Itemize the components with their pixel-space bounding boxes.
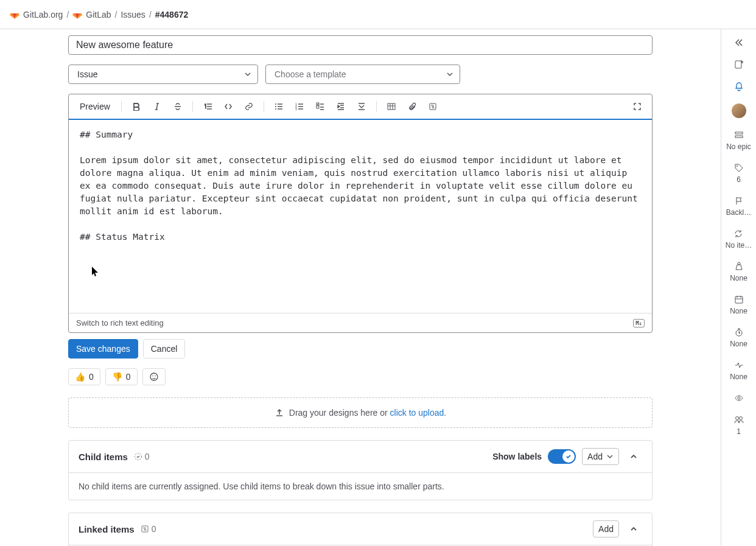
breadcrumb-org[interactable]: GitLab.org	[23, 10, 63, 19]
sidebar-todo[interactable]: +	[734, 60, 744, 69]
svg-rect-14	[142, 526, 148, 532]
child-items-body: No child items are currently assigned. U…	[69, 472, 652, 500]
breadcrumb-issue-id[interactable]: #448672	[155, 10, 189, 19]
chevron-down-icon	[244, 71, 251, 78]
upload-link[interactable]: click to upload	[390, 408, 444, 418]
template-select[interactable]: Choose a template	[265, 65, 460, 84]
svg-rect-8	[388, 103, 395, 110]
svg-rect-7	[317, 106, 319, 108]
svg-point-11	[152, 376, 153, 377]
collapse-button[interactable]	[625, 520, 642, 537]
svg-point-1	[275, 106, 276, 107]
linked-items-panel: Linked items 0 Add Link issues together …	[68, 513, 653, 546]
bullet-list-icon[interactable]	[270, 98, 287, 115]
add-child-item-button[interactable]: Add	[582, 448, 619, 465]
chevron-up-icon	[629, 525, 638, 533]
sidebar-epic[interactable]: No epic	[726, 130, 751, 151]
italic-icon[interactable]	[149, 98, 166, 115]
sidebar-due-date[interactable]: None	[730, 295, 747, 315]
show-labels-text: Show labels	[492, 452, 542, 461]
issue-type-value: Issue	[77, 69, 97, 79]
sidebar-health[interactable]: None	[730, 360, 747, 381]
show-labels-toggle[interactable]	[548, 449, 576, 464]
thumbs-up-icon: 👍	[75, 372, 85, 382]
add-reaction[interactable]	[142, 368, 166, 385]
clock-icon	[734, 327, 744, 337]
template-placeholder: Choose a template	[275, 69, 346, 79]
thumbs-down-reaction[interactable]: 👎 0	[105, 368, 138, 385]
todo-icon: +	[734, 60, 744, 69]
check-icon	[565, 453, 572, 460]
sidebar-iteration[interactable]: No ite…	[726, 229, 752, 250]
save-button[interactable]: Save changes	[68, 339, 138, 359]
design-upload-zone[interactable]: Drag your designs here or click to uploa…	[68, 397, 653, 428]
svg-point-2	[275, 108, 276, 110]
sidebar-time-tracking[interactable]: None	[730, 327, 747, 348]
sidebar-weight[interactable]: None	[730, 262, 747, 282]
svg-rect-20	[735, 296, 743, 303]
upload-text: Drag your designs here or click to uploa…	[289, 408, 446, 418]
sidebar-assignee[interactable]	[732, 103, 746, 118]
mouse-cursor-icon	[91, 266, 100, 277]
add-linked-item-button[interactable]: Add	[593, 520, 619, 537]
breadcrumb-section[interactable]: Issues	[121, 10, 145, 19]
task-completed-icon	[134, 452, 142, 461]
sidebar-labels[interactable]: 6	[734, 163, 744, 184]
eye-icon	[734, 393, 744, 403]
quick-action-icon[interactable]	[424, 98, 441, 115]
bold-icon[interactable]	[128, 98, 145, 115]
issue-title-input[interactable]	[68, 35, 653, 55]
details-icon[interactable]	[353, 98, 370, 115]
milestone-icon	[734, 196, 744, 206]
svg-point-24	[739, 417, 742, 420]
svg-rect-18	[735, 136, 743, 138]
svg-point-13	[135, 453, 141, 460]
child-items-count-badge: 0	[134, 452, 150, 461]
main-content: Issue Choose a template Preview 123 Swit…	[0, 29, 721, 546]
thumbs-down-icon: 👎	[112, 372, 122, 382]
gitlab-org-logo-icon	[10, 10, 19, 19]
code-icon[interactable]	[220, 98, 237, 115]
sidebar-notifications[interactable]	[734, 82, 744, 91]
description-textarea[interactable]	[69, 120, 652, 311]
separator	[121, 101, 122, 112]
issue-type-select[interactable]: Issue	[68, 65, 258, 84]
sidebar-collapse-button[interactable]	[734, 38, 744, 47]
collapse-button[interactable]	[625, 448, 642, 465]
task-list-icon[interactable]	[312, 98, 329, 115]
preview-button[interactable]: Preview	[75, 99, 115, 114]
chevron-double-left-icon	[734, 38, 744, 47]
quote-icon[interactable]	[199, 98, 216, 115]
weight-icon	[734, 262, 744, 271]
sidebar-confidentiality[interactable]	[734, 393, 744, 403]
svg-rect-9	[430, 103, 436, 110]
table-icon[interactable]	[383, 98, 400, 115]
gitlab-project-logo-icon	[72, 10, 82, 19]
thumbs-up-count: 0	[89, 372, 94, 382]
strikethrough-icon[interactable]	[169, 98, 186, 115]
child-items-panel: Child items 0 Show labels Add No child i…	[68, 440, 653, 500]
breadcrumb-project[interactable]: GitLab	[86, 10, 111, 19]
switch-editor-mode[interactable]: Switch to rich text editing	[76, 318, 164, 327]
fullscreen-icon[interactable]	[629, 98, 646, 115]
link-icon[interactable]	[240, 98, 257, 115]
participants-icon	[734, 415, 744, 425]
sidebar-participants[interactable]: 1	[734, 415, 744, 436]
numbered-list-icon[interactable]: 123	[291, 98, 308, 115]
svg-text:+: +	[741, 60, 744, 65]
bell-icon	[734, 82, 744, 91]
markdown-badge-icon[interactable]: M↓	[633, 319, 645, 327]
cancel-button[interactable]: Cancel	[143, 339, 186, 359]
svg-point-22	[738, 397, 740, 399]
thumbs-up-reaction[interactable]: 👍 0	[68, 368, 100, 385]
issue-sidebar: + No epic 6 Backl… No ite… None None Non…	[721, 29, 756, 546]
attachment-icon[interactable]	[404, 98, 421, 115]
sidebar-milestone[interactable]: Backl…	[726, 196, 751, 217]
linked-items-count-badge: 0	[141, 524, 156, 534]
separator: /	[115, 10, 117, 19]
separator: /	[66, 10, 69, 19]
separator: /	[149, 10, 152, 19]
indent-icon[interactable]	[332, 98, 349, 115]
separator	[376, 101, 377, 112]
chevron-up-icon	[629, 452, 638, 461]
